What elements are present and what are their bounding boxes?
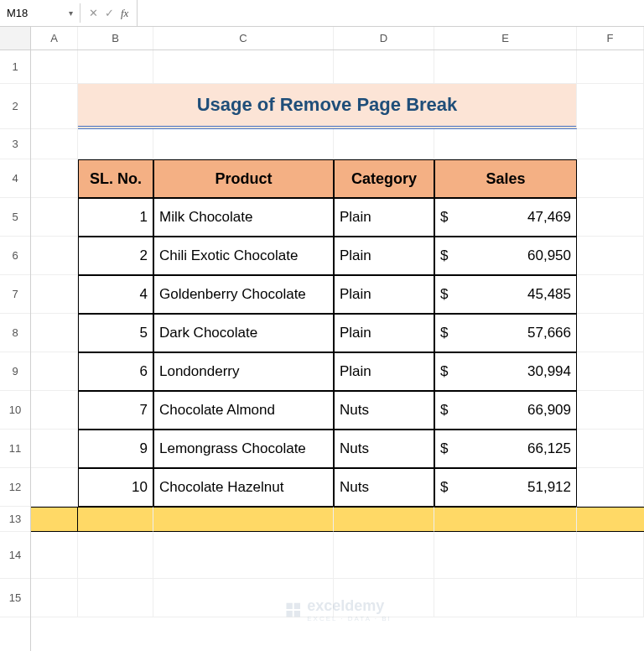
cell-product[interactable]: Londonderry bbox=[153, 352, 334, 391]
cell[interactable] bbox=[577, 237, 644, 275]
cell[interactable] bbox=[31, 84, 78, 129]
column-header[interactable]: D bbox=[334, 27, 434, 49]
cell[interactable] bbox=[31, 159, 78, 198]
cell[interactable] bbox=[434, 507, 577, 532]
cell-product[interactable]: Dark Chocolate bbox=[153, 314, 334, 352]
column-header[interactable]: C bbox=[153, 27, 334, 49]
cell[interactable] bbox=[31, 430, 78, 468]
cell-sales[interactable]: $60,950 bbox=[434, 237, 577, 275]
cell[interactable] bbox=[577, 391, 644, 430]
cancel-icon[interactable]: ✕ bbox=[89, 7, 98, 19]
cell-category[interactable]: Plain bbox=[334, 314, 434, 352]
cell-category[interactable]: Nuts bbox=[334, 430, 434, 468]
cell-category[interactable]: Nuts bbox=[334, 391, 434, 430]
cell-sales[interactable]: $45,485 bbox=[434, 275, 577, 314]
row-header[interactable]: 12 bbox=[0, 468, 30, 507]
cell[interactable] bbox=[434, 50, 577, 84]
row-header[interactable]: 8 bbox=[0, 314, 30, 352]
cell[interactable] bbox=[31, 50, 78, 84]
cell[interactable] bbox=[577, 50, 644, 84]
cell[interactable] bbox=[334, 532, 434, 579]
cell[interactable] bbox=[78, 532, 153, 579]
page-title[interactable]: Usage of Remove Page Break bbox=[78, 84, 577, 129]
cell-sl[interactable]: 7 bbox=[78, 391, 153, 430]
cell[interactable] bbox=[31, 237, 78, 275]
row-header[interactable]: 10 bbox=[0, 391, 30, 430]
cell-sl[interactable]: 4 bbox=[78, 275, 153, 314]
row-header[interactable]: 14 bbox=[0, 532, 30, 579]
cell-sales[interactable]: $51,912 bbox=[434, 468, 577, 507]
cell[interactable] bbox=[78, 50, 153, 84]
cell[interactable] bbox=[334, 129, 434, 159]
cell-sales[interactable]: $66,125 bbox=[434, 430, 577, 468]
cell[interactable] bbox=[577, 314, 644, 352]
cell-category[interactable]: Nuts bbox=[334, 468, 434, 507]
cell-sales[interactable]: $66,909 bbox=[434, 391, 577, 430]
cell[interactable] bbox=[153, 579, 334, 617]
cell[interactable] bbox=[153, 532, 334, 579]
cell[interactable] bbox=[334, 50, 434, 84]
cell[interactable] bbox=[31, 507, 78, 532]
row-header[interactable]: 11 bbox=[0, 430, 30, 468]
table-header-sl[interactable]: SL. No. bbox=[78, 159, 153, 198]
cell-sl[interactable]: 9 bbox=[78, 430, 153, 468]
row-header[interactable]: 2 bbox=[0, 84, 30, 129]
cell[interactable] bbox=[577, 532, 644, 579]
row-header[interactable]: 7 bbox=[0, 275, 30, 314]
column-header[interactable]: F bbox=[577, 27, 644, 49]
cell-sl[interactable]: 6 bbox=[78, 352, 153, 391]
cell-product[interactable]: Chocolate Hazelnut bbox=[153, 468, 334, 507]
cell[interactable] bbox=[153, 507, 334, 532]
cell-sl[interactable]: 2 bbox=[78, 237, 153, 275]
cell-product[interactable]: Lemongrass Chocolate bbox=[153, 430, 334, 468]
cell[interactable] bbox=[577, 579, 644, 617]
column-header[interactable]: E bbox=[434, 27, 577, 49]
cell[interactable] bbox=[334, 579, 434, 617]
table-header-sales[interactable]: Sales bbox=[434, 159, 577, 198]
cell[interactable] bbox=[31, 314, 78, 352]
cell[interactable] bbox=[31, 532, 78, 579]
cell-sales[interactable]: $30,994 bbox=[434, 352, 577, 391]
cell[interactable] bbox=[434, 532, 577, 579]
cell[interactable] bbox=[577, 84, 644, 129]
cell[interactable] bbox=[153, 50, 334, 84]
cell[interactable] bbox=[31, 198, 78, 237]
cell[interactable] bbox=[577, 275, 644, 314]
cell-sales[interactable]: $57,666 bbox=[434, 314, 577, 352]
cell-category[interactable]: Plain bbox=[334, 275, 434, 314]
cell[interactable] bbox=[31, 391, 78, 430]
row-header[interactable]: 4 bbox=[0, 159, 30, 198]
cell[interactable] bbox=[577, 129, 644, 159]
cell[interactable] bbox=[31, 352, 78, 391]
cell[interactable] bbox=[31, 579, 78, 617]
cell[interactable] bbox=[577, 468, 644, 507]
table-header-product[interactable]: Product bbox=[153, 159, 334, 198]
column-header[interactable]: B bbox=[78, 27, 153, 49]
cell[interactable] bbox=[31, 129, 78, 159]
cell[interactable] bbox=[334, 507, 434, 532]
cell[interactable] bbox=[31, 468, 78, 507]
cell-category[interactable]: Plain bbox=[334, 237, 434, 275]
row-header[interactable]: 9 bbox=[0, 352, 30, 391]
cell[interactable] bbox=[153, 129, 334, 159]
row-header[interactable]: 13 bbox=[0, 507, 30, 532]
cell[interactable] bbox=[78, 507, 153, 532]
cell-sales[interactable]: $47,469 bbox=[434, 198, 577, 237]
cell-product[interactable]: Goldenberry Chocolate bbox=[153, 275, 334, 314]
row-header[interactable]: 3 bbox=[0, 129, 30, 159]
cell[interactable] bbox=[31, 275, 78, 314]
cell[interactable] bbox=[434, 129, 577, 159]
row-header[interactable]: 15 bbox=[0, 579, 30, 617]
cell[interactable] bbox=[434, 579, 577, 617]
cells-area[interactable]: Usage of Remove Page Break SL. No. Produ… bbox=[31, 50, 644, 651]
cell-category[interactable]: Plain bbox=[334, 198, 434, 237]
select-all-corner[interactable] bbox=[0, 27, 30, 50]
row-header[interactable]: 5 bbox=[0, 198, 30, 237]
cell-category[interactable]: Plain bbox=[334, 352, 434, 391]
table-header-category[interactable]: Category bbox=[334, 159, 434, 198]
cell-product[interactable]: Milk Chocolate bbox=[153, 198, 334, 237]
row-header[interactable]: 6 bbox=[0, 237, 30, 275]
cell[interactable] bbox=[78, 579, 153, 617]
cell-product[interactable]: Chili Exotic Chocolate bbox=[153, 237, 334, 275]
column-header[interactable]: A bbox=[31, 27, 78, 49]
